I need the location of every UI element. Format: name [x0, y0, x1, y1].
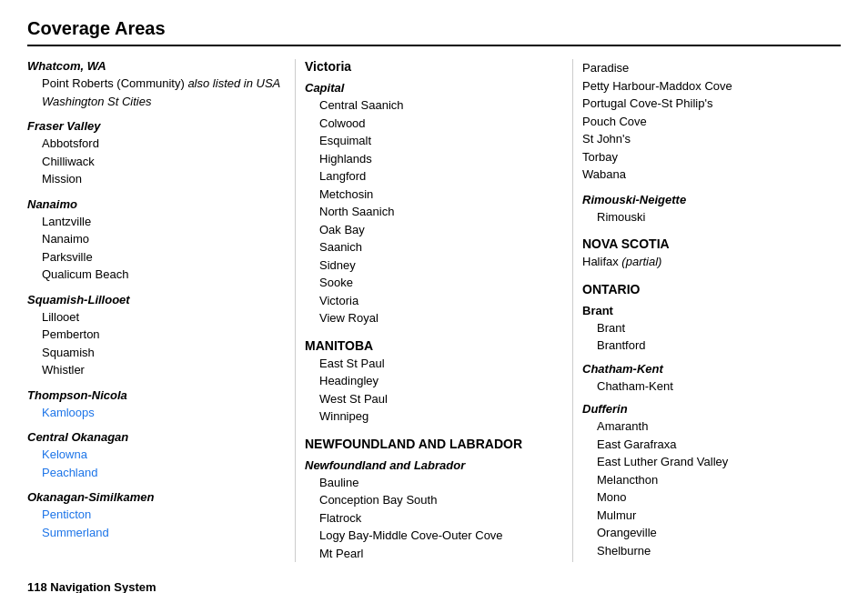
city-logy-bay: Logy Bay-Middle Cove-Outer Cove [305, 527, 563, 545]
header-victoria: Victoria [305, 59, 563, 74]
region-nanaimo: Nanaimo [27, 197, 286, 211]
header-nova-scotia: NOVA SCOTIA [582, 236, 841, 251]
city-victoria: Victoria [305, 292, 563, 310]
city-parksville: Parksville [27, 248, 286, 266]
city-kamloops[interactable]: Kamloops [27, 404, 286, 422]
city-winnipeg: Winnipeg [305, 407, 563, 426]
city-lillooet: Lillooet [27, 308, 286, 327]
region-thompson-nicola: Thompson-Nicola [27, 388, 286, 402]
header-manitoba: MANITOBA [305, 338, 563, 353]
city-esquimalt: Esquimalt [305, 132, 563, 150]
city-east-st-paul: East St Paul [305, 355, 563, 373]
city-chilliwack: Chilliwack [27, 153, 286, 171]
city-central-saanich: Central Saanich [305, 96, 563, 115]
region-fraser-valley: Fraser Valley [27, 119, 286, 133]
city-view-royal: View Royal [305, 309, 563, 327]
column-1: Whatcom, WA Point Roberts (Community) al… [27, 59, 296, 562]
city-st-johns: St John's [582, 130, 841, 148]
city-mono: Mono [582, 488, 841, 507]
city-orangeville: Orangeville [582, 524, 841, 542]
city-shelburne: Shelburne [582, 542, 841, 560]
city-west-st-paul: West St Paul [305, 390, 563, 408]
city-paradise: Paradise [582, 59, 841, 77]
city-penticton[interactable]: Penticton [27, 506, 286, 524]
page-title: Coverage Areas [27, 18, 841, 46]
column-2: Victoria Capital Central Saanich Colwood… [305, 59, 573, 562]
columns-wrapper: Whatcom, WA Point Roberts (Community) al… [27, 59, 841, 562]
city-halifax: Halifax (partial) [582, 253, 841, 271]
city-conception-bay-south: Conception Bay South [305, 491, 563, 509]
city-chatham-kent: Chatham-Kent [582, 377, 841, 396]
city-brantford: Brantford [582, 337, 841, 355]
city-portugal-cove: Portugal Cove-St Philip's [582, 95, 841, 113]
city-bauline: Bauline [305, 474, 563, 492]
city-east-luther-grand-valley: East Luther Grand Valley [582, 453, 841, 471]
city-peachland[interactable]: Peachland [27, 464, 286, 482]
city-mulmur: Mulmur [582, 507, 841, 525]
city-pouch-cove: Pouch Cove [582, 113, 841, 131]
city-melancthon: Melancthon [582, 471, 841, 489]
subregion-chatham-kent: Chatham-Kent [582, 362, 841, 376]
city-wabana: Wabana [582, 166, 841, 184]
city-kelowna[interactable]: Kelowna [27, 446, 286, 464]
region-okanagan-similkamen: Okanagan-Similkamen [27, 490, 286, 504]
region-central-okanagan: Central Okanagan [27, 430, 286, 444]
subregion-brant: Brant [582, 304, 841, 317]
city-amaranth: Amaranth [582, 417, 841, 436]
page-footer: 118 Navigation System [27, 580, 841, 593]
city-mission: Mission [27, 170, 286, 188]
subregion-capital: Capital [305, 81, 563, 95]
city-colwood: Colwood [305, 115, 563, 133]
city-highlands: Highlands [305, 150, 563, 168]
city-abbotsford: Abbotsford [27, 135, 286, 153]
city-brant: Brant [582, 319, 841, 337]
city-sooke: Sooke [305, 274, 563, 292]
subregion-newfoundland-labrador: Newfoundland and Labrador [305, 458, 563, 472]
city-qualicum-beach: Qualicum Beach [27, 266, 286, 284]
city-north-saanich: North Saanich [305, 203, 563, 221]
city-langford: Langford [305, 167, 563, 186]
subregion-dufferin: Dufferin [582, 402, 841, 416]
region-whatcom: Whatcom, WA [27, 59, 286, 73]
city-summerland[interactable]: Summerland [27, 524, 286, 542]
header-newfoundland: NEWFOUNDLAND AND LABRADOR [305, 437, 563, 451]
city-torbay: Torbay [582, 148, 841, 166]
city-oak-bay: Oak Bay [305, 221, 563, 239]
city-squamish: Squamish [27, 344, 286, 362]
city-pemberton: Pemberton [27, 326, 286, 344]
city-metchosin: Metchosin [305, 186, 563, 204]
header-ontario: ONTARIO [582, 282, 841, 296]
city-headingley: Headingley [305, 372, 563, 390]
city-lantzville: Lantzville [27, 213, 286, 231]
city-saanich: Saanich [305, 238, 563, 256]
city-mt-pearl: Mt Pearl [305, 545, 563, 563]
region-rimouski-neigette: Rimouski-Neigette [582, 193, 841, 206]
city-rimouski: Rimouski [582, 208, 841, 226]
region-squamish-lillooet: Squamish-Lillooet [27, 293, 286, 307]
city-sidney: Sidney [305, 256, 563, 275]
column-3: Paradise Petty Harbour-Maddox Cove Portu… [582, 59, 841, 562]
city-whistler: Whistler [27, 361, 286, 379]
city-point-roberts: Point Roberts (Community) also listed in… [27, 75, 286, 110]
city-east-garafraxa: East Garafraxa [582, 436, 841, 454]
city-petty-harbour: Petty Harbour-Maddox Cove [582, 77, 841, 95]
city-nanaimo: Nanaimo [27, 230, 286, 248]
city-flatrock: Flatrock [305, 509, 563, 528]
